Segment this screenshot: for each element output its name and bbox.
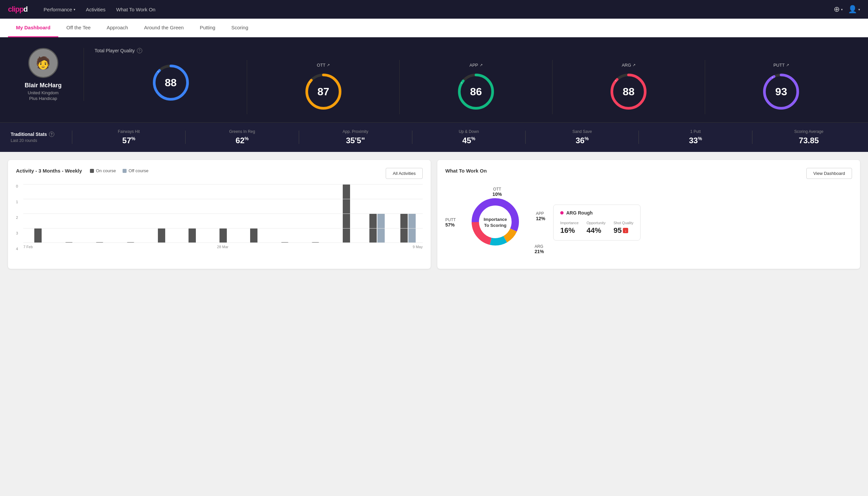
view-dashboard-button[interactable]: View Dashboard [806, 168, 852, 179]
ott-arrow: ↗ [327, 63, 330, 67]
stat-fairways-value: 57% [80, 136, 177, 145]
chart-legend: On course Off course [90, 168, 148, 173]
arg-arrow: ↗ [632, 63, 635, 67]
grid-line-0 [23, 243, 423, 243]
tab-putting[interactable]: Putting [192, 19, 223, 37]
stats-subtitle: Last 20 rounds [11, 138, 64, 143]
activity-card-header: Activity - 3 Months - Weekly On course O… [16, 168, 423, 179]
tab-my-dashboard[interactable]: My Dashboard [8, 19, 58, 37]
grid-lines [23, 184, 423, 243]
player-country: United Kingdom [28, 90, 59, 95]
nav-performance[interactable]: Performance ▾ [44, 7, 75, 12]
opportunity-value: 44% [586, 226, 605, 235]
circle-app: APP ↗ 86 [400, 60, 552, 114]
legend-off-course-dot [123, 169, 127, 173]
nav-links: Performance ▾ Activities What To Work On [44, 7, 156, 12]
nav-right: ⊕ ▾ 👤 ▾ [834, 5, 860, 14]
y-axis: 4 3 2 1 0 [16, 184, 21, 251]
metric-shot-quality: Shot Quality 95 ↓ [614, 221, 633, 235]
chevron-down-icon: ▾ [74, 7, 75, 11]
stat-updown: Up & Down 45% [420, 129, 517, 145]
activity-card: Activity - 3 Months - Weekly On course O… [8, 160, 431, 269]
arg-dot [560, 211, 564, 215]
putt-arrow: ↗ [786, 63, 789, 67]
circle-total: 88 [95, 60, 247, 114]
main-content: Activity - 3 Months - Weekly On course O… [0, 152, 868, 277]
stat-scoring: Scoring Average 73.85 [760, 129, 857, 145]
stats-divider [72, 130, 72, 144]
grid-line-1 [23, 228, 423, 229]
stat-proximity: App. Proximity 35'5" [307, 129, 404, 145]
plus-circle-icon: ⊕ [834, 5, 840, 14]
importance-value: 16% [560, 226, 579, 235]
circle-total-wrap: 88 [151, 63, 191, 103]
stat-scoring-value: 73.85 [760, 136, 857, 145]
putt-label: PUTT ↗ [773, 63, 789, 68]
donut-center: ImportanceTo Scoring [484, 217, 507, 229]
help-icon[interactable]: ? [137, 48, 142, 53]
stats-help-icon[interactable]: ? [49, 131, 54, 137]
circle-ott: OTT ↗ 87 [247, 60, 400, 114]
circle-app-score: 86 [470, 86, 482, 98]
work-card-title: What To Work On [445, 168, 487, 173]
hero-section: 🧑 Blair McHarg United Kingdom Plus Handi… [0, 37, 868, 122]
grid-line-4 [23, 184, 423, 185]
tab-scoring[interactable]: Scoring [223, 19, 256, 37]
x-label-mar: 28 Mar [217, 245, 228, 249]
stat-greens-value: 62% [193, 136, 290, 145]
stat-updown-value: 45% [420, 136, 517, 145]
metric-importance: Importance 16% [560, 221, 579, 235]
x-label-may: 9 May [413, 245, 423, 249]
info-card: ARG Rough Importance 16% Opportunity 44% [553, 204, 641, 241]
app-arrow: ↗ [480, 63, 483, 67]
stats-divider-4 [412, 130, 412, 144]
user-menu-button[interactable]: 👤 ▾ [848, 5, 860, 14]
circle-arg-wrap: 88 [609, 72, 648, 112]
stat-1putt-value: 33% [647, 136, 744, 145]
stats-divider-7 [752, 130, 753, 144]
donut-svg-wrap: ImportanceTo Scoring [469, 195, 522, 250]
circle-arg-score: 88 [622, 86, 634, 98]
grid-line-3 [23, 199, 423, 199]
arg-label: ARG ↗ [622, 63, 635, 68]
legend-on-course-dot [90, 169, 94, 173]
nav-what-to-work-on[interactable]: What To Work On [116, 7, 156, 12]
stat-proximity-value: 35'5" [307, 136, 404, 145]
work-card-header: What To Work On View Dashboard [445, 168, 852, 179]
avatar: 🧑 [28, 48, 58, 78]
grid-line-2 [23, 214, 423, 214]
player-info: 🧑 Blair McHarg United Kingdom Plus Handi… [11, 48, 84, 101]
app-label: APP ↗ [470, 63, 483, 68]
circle-app-wrap: 86 [456, 72, 496, 112]
all-activities-button[interactable]: All Activities [386, 168, 423, 179]
chart-body: 7 Feb 28 Mar 9 May [23, 184, 423, 251]
player-handicap: Plus Handicap [29, 96, 57, 101]
nav-activities[interactable]: Activities [86, 7, 106, 12]
tab-bar: My Dashboard Off the Tee Approach Around… [0, 19, 868, 37]
stat-1putt: 1 Putt 33% [647, 129, 744, 145]
x-label-feb: 7 Feb [23, 245, 33, 249]
chart-container: 4 3 2 1 0 [16, 184, 423, 251]
user-icon: 👤 [848, 5, 857, 14]
stats-divider-3 [299, 130, 299, 144]
chevron-down-icon: ▾ [841, 7, 843, 11]
quality-title: Total Player Quality ? [95, 48, 857, 53]
shot-quality-badge: ↓ [623, 228, 628, 233]
tab-approach[interactable]: Approach [99, 19, 136, 37]
stats-title: Traditional Stats ? [11, 131, 64, 137]
tab-around-the-green[interactable]: Around the Green [136, 19, 191, 37]
putt-outer-label: PUTT 57% [445, 218, 456, 228]
work-card: What To Work On View Dashboard PUTT 57% … [437, 160, 860, 269]
circle-ott-wrap: 87 [303, 72, 343, 112]
x-axis: 7 Feb 28 Mar 9 May [23, 243, 423, 249]
add-button[interactable]: ⊕ ▾ [834, 5, 843, 14]
circle-arg: ARG ↗ 88 [553, 60, 705, 114]
circle-total-score: 88 [165, 77, 177, 89]
quality-circles: 88 OTT ↗ 87 [95, 60, 857, 114]
circle-putt-score: 93 [775, 86, 787, 98]
tab-off-the-tee[interactable]: Off the Tee [58, 19, 99, 37]
stat-greens: Greens In Reg 62% [193, 129, 290, 145]
stats-bar: Traditional Stats ? Last 20 rounds Fairw… [0, 122, 868, 152]
donut-area: PUTT 57% OTT 10% APP 12% ARG [445, 184, 545, 261]
donut-container: PUTT 57% OTT 10% APP 12% ARG [445, 184, 545, 261]
